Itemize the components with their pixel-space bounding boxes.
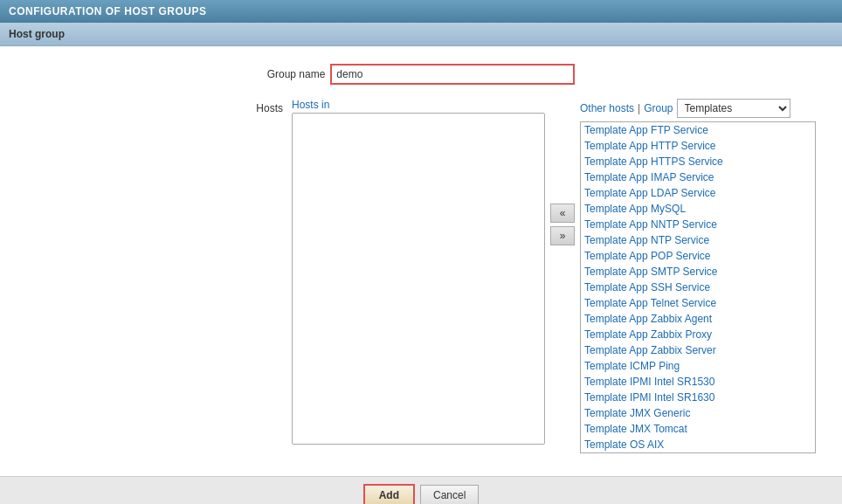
list-item[interactable]: Template OS FreeBSD [581,452,815,453]
group-name-label: Group name [267,68,326,80]
list-item[interactable]: Template App NNTP Service [581,217,815,232]
list-item[interactable]: Template IPMI Intel SR1530 [581,374,815,390]
hosts-in-section: Hosts in [292,99,545,445]
list-item[interactable]: Template JMX Tomcat [581,421,815,437]
add-button[interactable]: Add [363,484,415,504]
list-item[interactable]: Template App MySQL [581,201,815,217]
list-item[interactable]: Template ICMP Ping [581,358,815,374]
list-item[interactable]: Template App NTP Service [581,232,815,248]
list-item[interactable]: Template JMX Generic [581,405,815,421]
cancel-button[interactable]: Cancel [420,485,479,504]
footer-area: Add Cancel [0,476,842,504]
list-item[interactable]: Template App HTTPS Service [581,154,815,169]
list-item[interactable]: Template App FTP Service [581,122,815,138]
right-hosts-listbox[interactable]: Template App FTP ServiceTemplate App HTT… [580,121,816,453]
list-item[interactable]: Template App Zabbix Server [581,342,815,358]
page-wrapper: CONFIGURATION OF HOST GROUPS Host group … [0,0,842,504]
list-item[interactable]: Template App LDAP Service [581,185,815,201]
transfer-left-button[interactable]: « [550,204,575,223]
list-item[interactable]: Template App IMAP Service [581,169,815,185]
hosts-area: Hosts Hosts in « » Other hosts [26,99,816,453]
form-area: Group name Hosts Hosts in « » [0,46,842,476]
hosts-label: Hosts [26,99,292,114]
section-header: Host group [0,23,842,46]
right-section: Other hosts | Group Templates All Hosts … [580,99,816,453]
hosts-in-label: Hosts in [292,99,545,111]
other-hosts-header: Other hosts | Group Templates All Hosts … [580,99,816,118]
list-item[interactable]: Template App Zabbix Agent [581,311,815,327]
group-select[interactable]: Templates All Hosts Linux Servers Window… [677,99,790,118]
group-name-input[interactable] [330,64,575,85]
pipe-divider: | [638,102,640,114]
list-item[interactable]: Template App Telnet Service [581,295,815,311]
list-item[interactable]: Template App POP Service [581,248,815,264]
transfer-right-button[interactable]: » [550,226,575,245]
config-title: CONFIGURATION OF HOST GROUPS [9,5,206,17]
list-item[interactable]: Template App Zabbix Proxy [581,327,815,342]
other-hosts-label: Other hosts [580,102,634,114]
transfer-buttons: « » [550,99,575,245]
group-label: Group [644,102,673,114]
group-name-row: Group name [26,64,816,85]
list-item[interactable]: Template OS AIX [581,437,815,452]
list-item[interactable]: Template App SSH Service [581,280,815,295]
hosts-in-listbox[interactable] [292,113,545,445]
config-header: CONFIGURATION OF HOST GROUPS [0,0,842,23]
list-item[interactable]: Template App HTTP Service [581,138,815,154]
section-title: Host group [9,28,65,40]
list-item[interactable]: Template App SMTP Service [581,264,815,280]
list-item[interactable]: Template IPMI Intel SR1630 [581,390,815,405]
